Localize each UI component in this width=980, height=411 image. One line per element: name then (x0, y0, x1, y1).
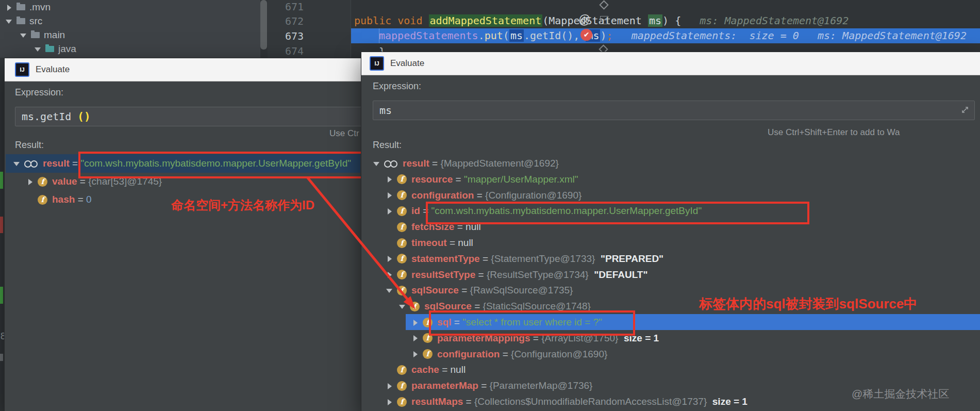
twistie-right-icon[interactable] (386, 382, 393, 390)
dialog-titlebar[interactable]: IJ Evaluate (361, 52, 980, 75)
equals-sign: = (474, 190, 485, 201)
tree-item-src[interactable]: src (5, 14, 42, 28)
code-line-673[interactable]: mappedStatements.put(ms.getId(), ms); ma… (379, 28, 967, 43)
variable-value: "select * from user where id = ?" (462, 317, 602, 328)
variable-value: {char[53]@1745} (88, 176, 162, 187)
variable-row-resultMaps[interactable]: fresultMaps = {Collections$UnmodifiableR… (386, 394, 748, 409)
expression-label: Expression: (15, 87, 63, 98)
evaluate-dialog-right: IJ Evaluate Expression: ms Use Ctrl+Shif… (361, 52, 980, 411)
tree-item-main[interactable]: main (20, 28, 65, 42)
variable-row-statementType[interactable]: fstatementType = {StatementType@1733} "P… (386, 251, 663, 267)
dialog-titlebar[interactable]: IJ Evaluate (5, 58, 361, 81)
variable-row-resource[interactable]: fresource = "mapper/UserMapper.xml" (386, 172, 578, 187)
field-icon: f (397, 174, 407, 184)
tool-stripe-green (0, 172, 3, 189)
variable-name: parameterMappings (437, 333, 530, 344)
variable-value: {StatementType@1733} (491, 253, 595, 265)
expression-text: ms (379, 104, 392, 117)
twistie-right-icon[interactable] (386, 398, 393, 406)
variable-row-result[interactable]: result = {MappedStatement@1692} (373, 156, 559, 171)
variable-row-hash[interactable]: fhash = 0 (26, 192, 92, 207)
variable-row-id[interactable]: fid = "com.wsh.mybatis.mybatisdemo.mappe… (386, 203, 702, 219)
twistie-right-icon[interactable] (386, 191, 393, 199)
variable-row-cache[interactable]: fcache = null (386, 362, 466, 377)
variable-name: hash (52, 194, 75, 205)
watermark: @稀土掘金技术社区 (852, 387, 949, 401)
line-number: 671 (272, 1, 304, 13)
variable-row-value[interactable]: fvalue = {char[53]@1745} (26, 174, 162, 189)
variable-value: null (458, 237, 473, 249)
tree-scrollbar[interactable] (260, 0, 267, 50)
variable-row-parameterMap[interactable]: fparameterMap = {ParameterMap@1736} (386, 378, 592, 393)
twistie-right-icon[interactable] (411, 319, 419, 326)
twistie-down-icon[interactable] (398, 303, 406, 310)
editor-gutter[interactable]: 671 672 673 674 @ ✔ (268, 0, 351, 58)
twistie-right-icon[interactable] (386, 271, 393, 278)
twistie-right-icon[interactable] (386, 207, 393, 215)
code-token: ms (509, 29, 524, 42)
variable-value: {StaticSqlSource@1748} (483, 301, 591, 312)
twistie-right-icon[interactable] (26, 178, 34, 186)
variable-name: id (411, 205, 420, 217)
twistie-right-icon[interactable] (386, 255, 393, 262)
twistie-down-icon[interactable] (386, 287, 393, 294)
fold-collapse-icon[interactable] (600, 16, 608, 24)
twistie-down-icon[interactable] (373, 160, 380, 168)
folder-icon (16, 4, 25, 10)
variable-row-parameterMappings[interactable]: fparameterMappings = {ArrayList@1750} si… (411, 331, 659, 346)
variable-row-sqlSource[interactable]: fsqlSource = {RawSqlSource@1735} (386, 283, 573, 298)
variable-row-resultSetType[interactable]: fresultSetType = {ResultSetType@1734} "D… (386, 267, 648, 283)
equals-sign: = (429, 158, 441, 169)
twistie-right-icon[interactable] (411, 350, 419, 358)
variable-extra: size = 1 (618, 333, 659, 344)
variable-row-result[interactable]: result = "com.wsh.mybatis.mybatisdemo.ma… (13, 156, 351, 171)
variable-name: parameterMap (411, 380, 478, 391)
equals-sign: = (451, 317, 462, 328)
equals-sign: = (453, 174, 464, 185)
variable-name: fetchSize (411, 221, 454, 233)
breakpoint-icon[interactable]: ✔ (580, 29, 592, 41)
code-token: .getId(), (524, 29, 586, 42)
code-token: put (485, 29, 503, 42)
variable-value: {MappedStatement@1692} (440, 158, 559, 169)
expression-parens: () (77, 110, 90, 123)
twistie-down-icon[interactable] (20, 31, 27, 39)
expression-input[interactable]: ms.getId() (15, 107, 362, 126)
expression-text: ms.getId (22, 110, 71, 123)
code-token: ) { (662, 14, 687, 27)
twistie-right-icon[interactable] (386, 175, 393, 183)
equals-sign: = (75, 194, 86, 205)
tree-item-mvn[interactable]: .mvn (5, 1, 51, 14)
twistie-down-icon[interactable] (34, 45, 42, 53)
variable-value: {Collections$UnmodifiableRandomAccessLis… (474, 396, 707, 407)
twistie-right-icon[interactable] (5, 4, 13, 11)
variable-row-timeout[interactable]: ftimeout = null (386, 235, 473, 251)
code-token: mappedStatements (379, 29, 478, 42)
variable-row-configuration[interactable]: fconfiguration = {Configuration@1690} (411, 347, 607, 362)
twistie-down-icon[interactable] (13, 160, 21, 168)
field-icon: f (423, 318, 433, 327)
code-token: mappedStatements: size = 0 ms: MappedSta… (613, 29, 967, 42)
expression-input[interactable]: ms (373, 101, 975, 120)
project-tree[interactable]: .mvnsrcmainjava (0, 0, 260, 58)
evaluate-dialog-left: IJ Evaluate Expression: ms.getId() Use C… (4, 58, 362, 411)
dialog-title: Evaluate (36, 64, 70, 75)
twistie-down-icon[interactable] (5, 18, 13, 25)
field-icon: f (423, 333, 433, 343)
expand-icon[interactable] (961, 106, 969, 114)
equals-sign: = (463, 396, 474, 407)
line-number-current: 673 (272, 30, 304, 42)
code-token: . (478, 29, 485, 42)
tree-item-java[interactable]: java (34, 42, 76, 56)
twistie-spacer (26, 196, 34, 204)
equals-sign: = (70, 158, 81, 169)
intellij-logo-icon: IJ (15, 62, 29, 77)
variable-value: 0 (86, 194, 92, 205)
tool-stripe-gray (0, 354, 3, 361)
variable-row-fetchSize[interactable]: ffetchSize = null (386, 219, 481, 235)
twistie-right-icon[interactable] (411, 334, 419, 342)
variable-row-configuration[interactable]: fconfiguration = {Configuration@1690} (386, 188, 582, 203)
variable-row-sql[interactable]: fsql = "select * from user where id = ?" (411, 315, 602, 330)
variable-value: "com.wsh.mybatis.mybatisdemo.mapper.User… (80, 158, 351, 169)
variable-row-sqlSource[interactable]: fsqlSource = {StaticSqlSource@1748} (398, 299, 591, 314)
